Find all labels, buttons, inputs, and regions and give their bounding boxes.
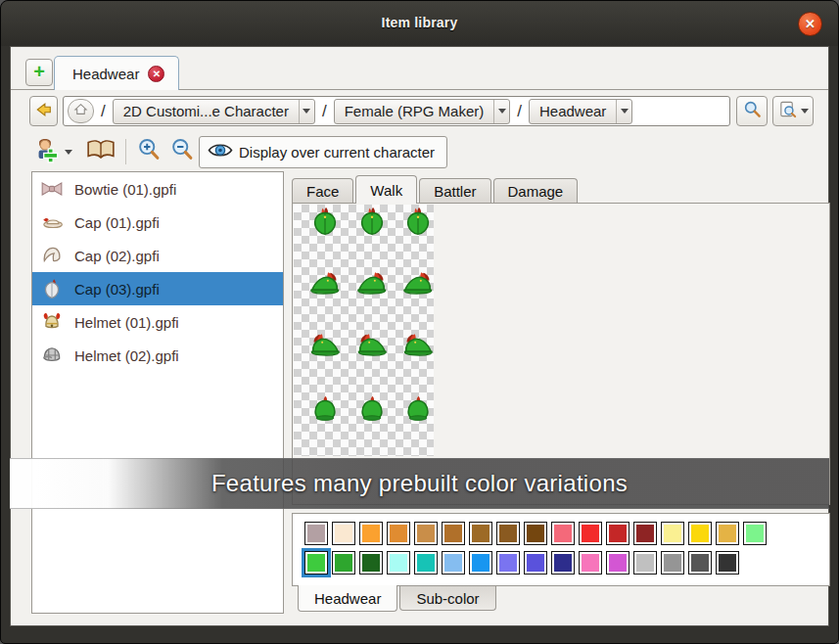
sprite-grid	[294, 205, 434, 456]
breadcrumb-separator: /	[320, 102, 329, 121]
chevron-down-icon[interactable]	[493, 100, 509, 123]
client-area: + Headwear ✕ / 2D Custom	[10, 46, 829, 626]
cap-sprite-back	[355, 206, 389, 239]
color-swatch[interactable]	[332, 551, 355, 575]
color-swatch[interactable]	[661, 522, 684, 545]
color-swatch[interactable]	[304, 522, 328, 545]
library-book-button[interactable]	[86, 138, 116, 165]
color-swatch[interactable]	[332, 522, 355, 545]
color-swatch[interactable]	[606, 522, 629, 545]
color-swatch[interactable]	[606, 551, 629, 575]
color-swatch[interactable]	[579, 522, 602, 545]
zoom-out-icon	[169, 137, 195, 166]
search-options-button[interactable]	[772, 96, 814, 126]
titlebar[interactable]: Item library ✕	[1, 1, 838, 46]
palette-row-1	[304, 522, 770, 545]
color-palette-panel	[292, 513, 830, 586]
display-over-character-toggle[interactable]: Display over current character	[199, 136, 447, 168]
breadcrumb-bar[interactable]: / 2D Customi...e Character / Female (RPG…	[63, 96, 730, 126]
color-swatch[interactable]	[414, 522, 438, 545]
list-item-label: Cap (03).gpfi	[74, 281, 160, 298]
color-swatch[interactable]	[469, 551, 492, 575]
home-button[interactable]	[68, 99, 94, 123]
list-item-cap-03[interactable]: Cap (03).gpfi	[32, 272, 283, 305]
search-button[interactable]	[736, 96, 768, 126]
breadcrumb-dropdown-subcategory[interactable]: Female (RPG Maker)	[334, 99, 511, 124]
new-tab-button[interactable]: +	[25, 59, 53, 86]
color-swatch[interactable]	[304, 551, 328, 575]
tab-headwear[interactable]: Headwear ✕	[54, 56, 179, 90]
cap-sprite-side-right	[401, 268, 435, 301]
color-swatch[interactable]	[387, 522, 410, 545]
back-button[interactable]	[29, 96, 58, 126]
list-item-helmet-01[interactable]: Helmet (01).gpfi	[32, 305, 283, 339]
cap-03-icon	[39, 276, 65, 301]
breadcrumb-dropdown-type[interactable]: Headwear	[529, 99, 632, 124]
toolbar-divider	[125, 139, 126, 164]
color-swatch[interactable]	[496, 522, 520, 545]
color-swatch[interactable]	[633, 522, 657, 545]
add-character-button[interactable]	[30, 135, 72, 168]
layer-tab-strip: Headwear Sub-color	[298, 586, 498, 612]
book-icon	[86, 138, 116, 165]
item-list[interactable]: Bowtie (01).gpfi Cap (01).gpfi Cap (02).…	[31, 171, 284, 614]
color-swatch[interactable]	[716, 551, 739, 575]
list-item-bowtie-01[interactable]: Bowtie (01).gpfi	[32, 172, 283, 206]
chevron-down-icon[interactable]	[65, 150, 72, 155]
tab-sub-color[interactable]: Sub-color	[399, 586, 495, 611]
color-swatch[interactable]	[688, 551, 712, 575]
cap-sprite-side-right	[308, 268, 342, 301]
color-swatch[interactable]	[442, 522, 465, 545]
chevron-down-icon[interactable]	[616, 100, 631, 123]
tab-walk[interactable]: Walk	[355, 175, 417, 204]
cap-sprite-side-left	[401, 330, 435, 363]
search-icon	[743, 100, 762, 122]
breadcrumb-dropdown-category[interactable]: 2D Customi...e Character	[113, 99, 315, 124]
list-item-cap-02[interactable]: Cap (02).gpfi	[32, 239, 283, 272]
list-item-label: Cap (01).gpfi	[74, 214, 160, 231]
cap-sprite-back	[308, 206, 342, 239]
color-swatch[interactable]	[743, 522, 767, 545]
tab-close-icon[interactable]: ✕	[148, 66, 164, 82]
color-swatch[interactable]	[551, 551, 575, 575]
list-item-cap-01[interactable]: Cap (01).gpfi	[32, 206, 283, 239]
list-item-label: Helmet (01).gpfi	[74, 314, 179, 331]
color-swatch[interactable]	[524, 551, 547, 575]
tab-battler[interactable]: Battler	[419, 178, 490, 204]
tab-headwear-layer[interactable]: Headwear	[298, 585, 397, 612]
color-swatch[interactable]	[688, 522, 712, 545]
breadcrumb-subcategory-label: Female (RPG Maker)	[335, 100, 494, 123]
color-swatch[interactable]	[387, 551, 410, 575]
home-icon	[73, 102, 88, 120]
bowtie-icon	[39, 176, 65, 202]
helmet-02-icon	[39, 343, 65, 368]
color-swatch[interactable]	[359, 522, 383, 545]
cap-02-icon	[39, 243, 65, 268]
color-swatch[interactable]	[469, 522, 492, 545]
zoom-in-icon	[136, 137, 162, 166]
zoom-in-button[interactable]	[136, 137, 162, 166]
color-swatch[interactable]	[442, 551, 465, 575]
color-swatch[interactable]	[414, 551, 438, 575]
color-swatch[interactable]	[496, 551, 520, 575]
list-item-label: Cap (02).gpfi	[74, 248, 160, 264]
color-swatch[interactable]	[551, 522, 575, 545]
color-swatch[interactable]	[661, 551, 684, 575]
chevron-down-icon[interactable]	[299, 100, 314, 123]
color-swatch[interactable]	[524, 522, 547, 545]
document-tab-bar: + Headwear ✕	[11, 47, 828, 90]
tab-face[interactable]: Face	[292, 178, 353, 204]
breadcrumb-separator: /	[515, 102, 524, 121]
color-swatch[interactable]	[633, 551, 657, 575]
zoom-out-button[interactable]	[169, 137, 195, 166]
tab-damage[interactable]: Damage	[493, 178, 579, 204]
list-item-helmet-02[interactable]: Helmet (02).gpfi	[32, 339, 283, 372]
window-close-button[interactable]: ✕	[798, 12, 822, 36]
color-swatch[interactable]	[359, 551, 383, 575]
breadcrumb-type-label: Headwear	[530, 100, 616, 123]
cap-sprite-front	[401, 392, 435, 426]
color-swatch[interactable]	[716, 522, 739, 545]
palette-row-2	[304, 551, 743, 575]
cap-sprite-front	[308, 392, 342, 426]
color-swatch[interactable]	[579, 551, 602, 575]
